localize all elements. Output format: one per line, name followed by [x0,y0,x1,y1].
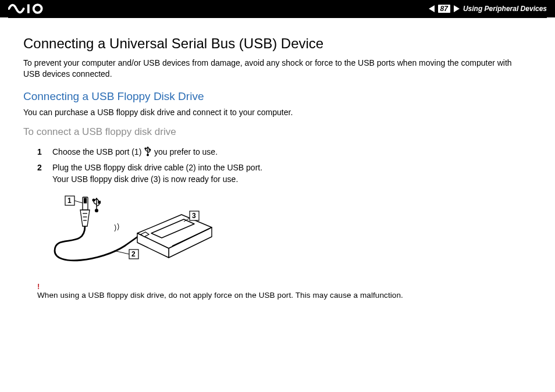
subheading: Connecting a USB Floppy Disk Drive [23,90,536,103]
header-bar: 87 Using Peripheral Devices [0,0,555,17]
next-page-arrow-icon[interactable] [454,5,460,12]
svg-point-9 [95,209,98,212]
warning-icon: ! [37,282,536,291]
callout-2: 2 [114,250,138,259]
svg-line-24 [114,251,129,254]
callout-1-label: 1 [67,197,72,205]
header-right: 87 Using Peripheral Devices [429,5,547,13]
callout-2-label: 2 [131,250,136,258]
callout-1: 1 [65,196,83,205]
page-number: 87 [438,5,450,13]
svg-rect-11 [84,198,87,203]
page-content: Connecting a Universal Serial Bus (USB) … [0,18,555,305]
vaio-logo [8,3,52,15]
warning-text: When using a USB floppy disk drive, do n… [37,291,536,300]
step-1-text-a: Choose the USB port (1) [52,147,144,156]
svg-line-22 [74,201,83,203]
svg-point-3 [145,147,147,149]
step-2-line1: Plug the USB floppy disk drive cable (2)… [52,163,262,172]
step-2-line2: Your USB floppy disk drive (3) is now re… [52,174,238,184]
cable-break-icon [115,223,119,231]
task-heading: To connect a USB floppy disk drive [23,126,536,138]
usb-floppy-figure: 1 2 3 [37,193,536,276]
prev-page-arrow-icon[interactable] [429,5,435,12]
step-1-text-b: you prefer to use. [154,147,218,156]
step-1: Choose the USB port (1) y [37,146,536,159]
usb-trident-icon [92,198,100,212]
svg-point-5 [147,154,149,156]
floppy-drive-illustration [137,193,212,258]
step-2: Plug the USB floppy disk drive cable (2)… [37,162,536,186]
page-title: Connecting a Universal Serial Bus (USB) … [23,35,536,52]
steps-list: Choose the USB port (1) y [37,146,536,186]
warning-block: ! When using a USB floppy disk drive, do… [37,282,536,300]
usb-cable-illustration [55,226,141,261]
svg-point-7 [92,199,95,201]
usb-trident-icon [144,146,152,159]
svg-rect-0 [27,4,30,13]
svg-point-1 [34,5,42,13]
usb-plug-illustration [80,197,90,226]
section-label: Using Peripheral Devices [463,5,547,13]
subheading-text: You can purchase a USB floppy disk drive… [23,108,536,117]
callout-3-label: 3 [192,212,196,220]
svg-rect-4 [149,149,151,151]
svg-rect-8 [98,201,100,203]
intro-paragraph: To prevent your computer and/or USB devi… [23,58,529,80]
